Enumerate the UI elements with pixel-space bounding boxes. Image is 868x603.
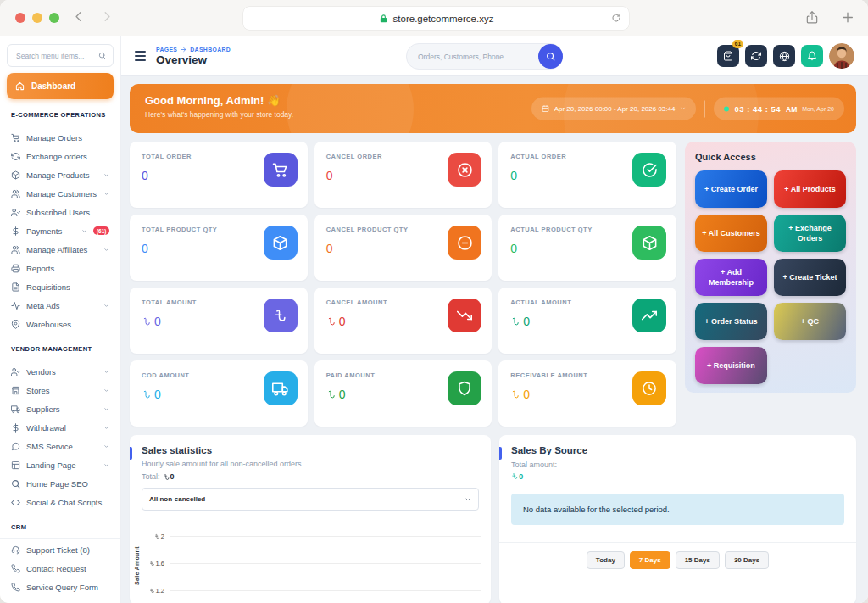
sidebar-item-manage-orders[interactable]: Manage Orders bbox=[0, 128, 120, 147]
sidebar-item-social-chat-scripts[interactable]: Social & Chat Scripts bbox=[0, 493, 120, 511]
zoom-window-button[interactable] bbox=[49, 13, 59, 23]
period-30days-button[interactable]: 30 Days bbox=[725, 551, 769, 569]
chevron-down-icon bbox=[103, 406, 109, 412]
date-range-picker[interactable]: Apr 20, 2026 00:00 - Apr 20, 2026 03:44 bbox=[531, 98, 697, 120]
total-amount-value: 0 bbox=[511, 472, 844, 481]
sales-by-source-title: Sales By Source bbox=[511, 445, 844, 455]
stats-grid: TOTAL ORDER0 CANCEL ORDER0 ACTUAL ORDER0… bbox=[130, 142, 676, 427]
stat-card-cancel-product-qty[interactable]: CANCEL PRODUCT QTY0 bbox=[314, 215, 492, 281]
sidebar-item-home-page-seo[interactable]: Home Page SEO bbox=[0, 474, 120, 493]
stat-card-receivable-amount[interactable]: RECEIVABLE AMOUNT0 bbox=[498, 360, 676, 427]
share-icon[interactable] bbox=[805, 9, 819, 25]
stat-card-actual-amount[interactable]: ACTUAL AMOUNT0 bbox=[498, 288, 676, 354]
taka-icon bbox=[511, 472, 519, 480]
sidebar-item-manage-products[interactable]: Manage Products bbox=[0, 165, 120, 184]
taka-icon bbox=[510, 316, 520, 327]
sales-by-source-panel: Sales By Source Total amount: 0 No data … bbox=[499, 435, 856, 603]
payments-badge: (61) bbox=[93, 226, 109, 235]
user-icon bbox=[11, 367, 20, 377]
all-customers-button[interactable]: + All Customers bbox=[695, 215, 767, 252]
browser-forward-button[interactable] bbox=[101, 9, 113, 24]
global-search-input[interactable] bbox=[407, 53, 538, 61]
orders-bag-button[interactable]: 61 bbox=[717, 45, 739, 67]
taka-icon bbox=[264, 299, 298, 332]
create-ticket-button[interactable]: + Create Ticket bbox=[774, 259, 846, 296]
shield-icon bbox=[448, 371, 481, 405]
browser-chrome: store.getcommerce.xyz bbox=[0, 0, 868, 36]
browser-back-button[interactable] bbox=[73, 9, 85, 24]
quick-access-title: Quick Access bbox=[695, 152, 846, 162]
sync-button[interactable] bbox=[745, 45, 767, 67]
avatar[interactable] bbox=[829, 43, 854, 69]
search-button[interactable] bbox=[538, 44, 563, 69]
close-window-button[interactable] bbox=[15, 13, 25, 23]
sidebar-item-service-query-form[interactable]: Service Query Form bbox=[0, 578, 120, 596]
period-7days-button[interactable]: 7 Days bbox=[630, 551, 670, 569]
language-globe-button[interactable] bbox=[773, 45, 795, 67]
sidebar-item-exchange-orders[interactable]: Exchange orders bbox=[0, 147, 120, 165]
sidebar-search-input[interactable] bbox=[14, 51, 95, 61]
chevron-down-icon bbox=[103, 172, 109, 178]
sidebar-item-meta-ads[interactable]: Meta Ads bbox=[0, 296, 120, 315]
add-membership-button[interactable]: + Add Membership bbox=[695, 259, 767, 296]
activity-icon bbox=[11, 301, 20, 310]
exchange-icon bbox=[11, 152, 20, 161]
sidebar-item-withdrawal[interactable]: Withdrawal bbox=[0, 418, 120, 437]
stat-card-total-product-qty[interactable]: TOTAL PRODUCT QTY0 bbox=[130, 215, 308, 281]
order-filter-select[interactable]: All non-cancelled bbox=[142, 488, 479, 511]
users-icon bbox=[11, 245, 20, 254]
sidebar-item-sms-service[interactable]: SMS Service bbox=[0, 437, 120, 455]
breadcrumb-pages[interactable]: PAGES bbox=[156, 47, 177, 53]
period-today-button[interactable]: Today bbox=[587, 551, 625, 569]
sidebar-item-vendors[interactable]: Vendors bbox=[0, 362, 120, 381]
sidebar-item-manage-customers[interactable]: Manage Customers bbox=[0, 184, 120, 203]
order-status-button[interactable]: + Order Status bbox=[695, 303, 767, 340]
sales-statistics-panel: Sales statistics Hourly sale amount for … bbox=[130, 435, 491, 603]
sidebar-item-payments[interactable]: Payments(61) bbox=[0, 221, 120, 240]
stat-card-total-amount[interactable]: TOTAL AMOUNT0 bbox=[130, 288, 308, 354]
sidebar-item-support-ticket[interactable]: Support Ticket (8) bbox=[0, 540, 120, 559]
sidebar-item-subscribed-users[interactable]: Subscribed Users bbox=[0, 203, 120, 221]
stat-card-cancel-order[interactable]: CANCEL ORDER0 bbox=[314, 142, 492, 208]
period-filter: Today 7 Days 15 Days 30 Days bbox=[499, 543, 856, 578]
address-bar[interactable]: store.getcommerce.xyz bbox=[243, 7, 629, 30]
quick-access-panel: Quick Access + Create Order + All Produc… bbox=[685, 142, 856, 393]
exchange-orders-button[interactable]: + Exchange Orders bbox=[774, 215, 846, 252]
sidebar-item-manage-affiliates[interactable]: Manage Affiliates bbox=[0, 240, 120, 259]
qc-button[interactable]: + QC bbox=[774, 303, 846, 340]
stat-card-paid-amount[interactable]: PAID AMOUNT0 bbox=[314, 360, 492, 427]
breadcrumb-dashboard[interactable]: DASHBOARD bbox=[190, 47, 231, 53]
period-15days-button[interactable]: 15 Days bbox=[676, 551, 720, 569]
create-order-button[interactable]: + Create Order bbox=[695, 170, 767, 208]
sidebar-item-requisitions[interactable]: Requisitions bbox=[0, 277, 120, 296]
x-circle-icon bbox=[448, 153, 481, 187]
sidebar-item-suppliers[interactable]: Suppliers bbox=[0, 399, 120, 418]
cart-icon bbox=[11, 133, 20, 142]
clock-time: 03 : 44 : 54 bbox=[734, 104, 781, 114]
sidebar-item-landing-page[interactable]: Landing Page bbox=[0, 455, 120, 474]
accent-bar bbox=[499, 447, 502, 460]
stat-card-total-order[interactable]: TOTAL ORDER0 bbox=[130, 142, 308, 208]
stat-card-cod-amount[interactable]: COD AMOUNT0 bbox=[130, 360, 308, 427]
home-icon bbox=[15, 81, 25, 91]
all-products-button[interactable]: + All Products bbox=[774, 170, 846, 208]
minimize-window-button[interactable] bbox=[32, 13, 42, 23]
main-area: PAGES DASHBOARD Overview 61 bbox=[121, 36, 868, 603]
sidebar-item-stores[interactable]: Stores bbox=[0, 381, 120, 399]
printer-icon bbox=[11, 264, 20, 273]
stat-card-actual-order[interactable]: ACTUAL ORDER0 bbox=[498, 142, 676, 208]
new-tab-icon[interactable] bbox=[841, 9, 854, 25]
stat-card-actual-product-qty[interactable]: ACTUAL PRODUCT QTY0 bbox=[498, 215, 676, 281]
address-bar-url: store.getcommerce.xyz bbox=[393, 14, 494, 24]
stat-card-cancel-amount[interactable]: CANCEL AMOUNT0 bbox=[314, 288, 492, 354]
sidebar-item-dashboard[interactable]: Dashboard bbox=[7, 73, 114, 99]
sidebar-item-reports[interactable]: Reports bbox=[0, 259, 120, 277]
notifications-bell-button[interactable] bbox=[801, 45, 823, 67]
gridline bbox=[170, 590, 481, 591]
chevron-down-icon bbox=[103, 247, 109, 253]
hamburger-menu-icon[interactable] bbox=[135, 51, 146, 61]
requisition-button[interactable]: + Requisition bbox=[695, 347, 767, 384]
sidebar-item-contact-request[interactable]: Contact Request bbox=[0, 559, 120, 578]
reload-icon[interactable] bbox=[611, 12, 621, 24]
sidebar-item-warehouses[interactable]: Warehouses bbox=[0, 315, 120, 333]
